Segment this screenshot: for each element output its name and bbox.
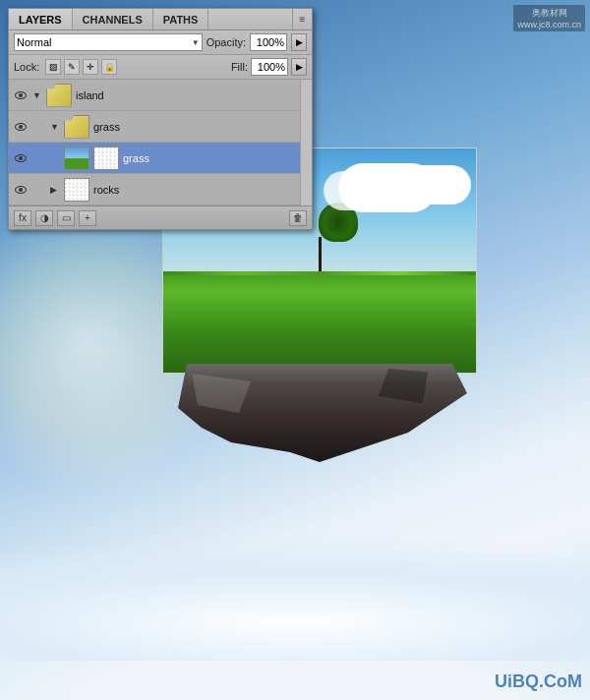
visibility-icon[interactable] xyxy=(13,150,29,166)
fill-label: Fill: xyxy=(231,61,248,73)
blend-mode-select[interactable]: Normal ▼ xyxy=(14,33,203,51)
layer-name: rocks xyxy=(93,184,296,196)
tree xyxy=(319,203,321,271)
tab-channels[interactable]: CHANNELS xyxy=(73,9,153,29)
rock-shape xyxy=(172,364,467,462)
new-group-button[interactable]: ▭ xyxy=(57,210,75,226)
layer-expand-arrow[interactable]: ▼ xyxy=(50,122,60,132)
lock-label: Lock: xyxy=(14,61,39,73)
lock-all-button[interactable]: 🔒 xyxy=(101,59,117,75)
layer-expand-arrow[interactable]: ▼ xyxy=(32,90,42,100)
layer-thumbnail xyxy=(46,84,72,107)
eye-circle xyxy=(15,91,27,99)
island-rocks xyxy=(172,364,467,462)
fill-arrow[interactable]: ▶ xyxy=(291,58,307,76)
panel-menu-button[interactable]: ≡ xyxy=(292,9,312,29)
photo-grass xyxy=(163,271,476,373)
thumb-sky xyxy=(65,147,88,158)
tab-layers[interactable]: LAYERS xyxy=(9,9,73,29)
lock-position-button[interactable]: ✛ xyxy=(83,59,98,75)
opacity-arrow[interactable]: ▶ xyxy=(291,33,307,51)
layer-row[interactable]: ▼ grass xyxy=(9,111,300,143)
lock-image-button[interactable]: ✎ xyxy=(64,59,80,75)
layer-row[interactable]: ▼ island xyxy=(9,80,300,111)
layer-name: grass xyxy=(123,152,296,164)
opacity-input[interactable]: 100% xyxy=(250,33,287,51)
layer-thumbnail xyxy=(64,178,89,202)
fill-input[interactable]: 100% xyxy=(251,58,288,76)
layer-name: island xyxy=(76,89,296,101)
visibility-icon[interactable] xyxy=(13,182,29,198)
layer-row[interactable]: ▶ rocks xyxy=(9,174,300,205)
visibility-icon[interactable] xyxy=(13,88,29,103)
layer-thumbnail xyxy=(64,146,89,170)
layers-panel: LAYERS CHANNELS PATHS ≡ Normal ▼ Opacity… xyxy=(8,8,313,230)
layer-thumbnail xyxy=(64,115,89,139)
clouds-bottom xyxy=(0,425,590,700)
panel-scrollbar[interactable] xyxy=(300,80,312,205)
thumb-grass xyxy=(65,158,88,169)
eye-circle xyxy=(15,186,27,194)
eye-circle xyxy=(15,123,27,131)
tree-canopy xyxy=(319,203,358,242)
fx-button[interactable]: fx xyxy=(14,210,31,226)
tab-paths[interactable]: PATHS xyxy=(153,9,209,29)
opacity-label: Opacity: xyxy=(206,36,246,48)
watermark-bottom-right: UiBQ.CoM xyxy=(495,671,582,692)
delete-layer-button[interactable]: 🗑 xyxy=(289,210,307,226)
lock-icons: ▨ ✎ ✛ 🔒 xyxy=(45,59,227,75)
layer-name: grass xyxy=(93,121,296,133)
blend-chevron: ▼ xyxy=(192,38,200,47)
watermark-top-right: 奥教材网www.jc8.com.cn xyxy=(513,5,585,31)
tree-trunk xyxy=(319,237,322,271)
layer-expand-arrow[interactable]: ▶ xyxy=(50,185,60,195)
visibility-icon[interactable] xyxy=(13,119,29,135)
adjustment-layer-button[interactable]: ◑ xyxy=(35,210,53,226)
new-layer-button[interactable]: + xyxy=(79,210,96,226)
panel-bottom-toolbar: fx ◑ ▭ + 🗑 xyxy=(9,205,312,229)
blend-row: Normal ▼ Opacity: 100% ▶ xyxy=(9,30,312,55)
layer-mask-thumbnail xyxy=(93,146,119,170)
eye-circle xyxy=(15,154,27,162)
layer-row[interactable]: grass xyxy=(9,143,300,174)
layers-content: ▼ island ▼ grass xyxy=(9,80,312,205)
lock-row: Lock: ▨ ✎ ✛ 🔒 Fill: 100% ▶ xyxy=(9,55,312,80)
lock-transparent-button[interactable]: ▨ xyxy=(45,59,61,75)
fill-section: Fill: 100% ▶ xyxy=(231,58,307,76)
panel-tabs: LAYERS CHANNELS PATHS ≡ xyxy=(9,9,312,30)
layers-main: ▼ island ▼ grass xyxy=(9,80,300,205)
